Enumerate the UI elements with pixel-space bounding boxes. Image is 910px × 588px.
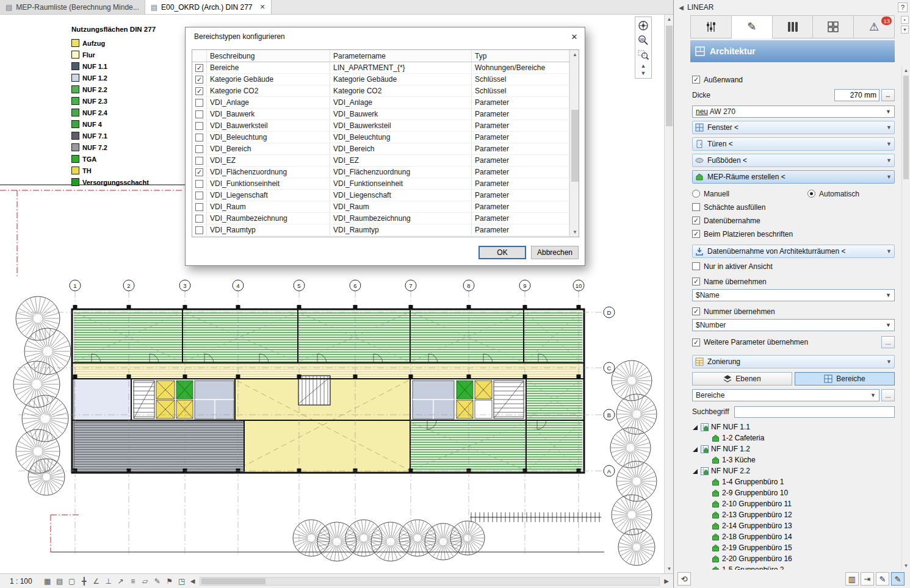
tree-expander-icon[interactable] — [692, 468, 698, 474]
tree-item-row[interactable]: 2-9 Gruppenbüro 10 — [692, 487, 895, 498]
refresh-button[interactable]: ⟲ — [677, 572, 691, 586]
tab-settings-sliders[interactable] — [690, 15, 732, 38]
chevron-down-icon[interactable]: ▼ — [886, 157, 892, 163]
column-parametername[interactable]: Parametername — [330, 50, 472, 62]
chevron-down-icon[interactable]: ▼ — [886, 359, 892, 365]
row-checkbox[interactable] — [195, 122, 203, 130]
polar-tracking-icon[interactable]: ∠ — [91, 576, 102, 587]
row-checkbox[interactable] — [195, 226, 203, 234]
grid-display-icon[interactable]: ▦ — [42, 576, 53, 587]
chevron-down-icon[interactable]: ▼ — [886, 109, 891, 115]
tab-edit-pencil[interactable]: ✎ — [732, 15, 773, 38]
checkbox-weitere-parameter[interactable]: ✓ Weitere Parameter übernehmen — [692, 337, 879, 348]
section-tueren[interactable]: Türen < ▼ — [692, 137, 895, 151]
section-mep-raeume[interactable]: MEP-Räume erstellen < ▼ — [692, 170, 895, 184]
scroll-down-icon[interactable]: ▼ — [665, 564, 674, 573]
radio-icon[interactable] — [807, 190, 815, 198]
row-checkbox[interactable] — [195, 180, 203, 188]
tab-mep-raumliste[interactable]: ▤ MEP-Raumliste (Berechnung Minde... — [0, 0, 145, 14]
lineweight-icon[interactable]: ≡ — [128, 576, 139, 587]
tab-systems-columns[interactable] — [773, 15, 814, 38]
row-checkbox[interactable] — [195, 215, 203, 223]
row-checkbox[interactable] — [195, 203, 203, 211]
search-input[interactable] — [734, 406, 895, 418]
radio-icon[interactable] — [692, 190, 700, 198]
zoom-2d-button[interactable]: 2D — [636, 33, 651, 48]
panel-scroll-thumb[interactable] — [903, 76, 909, 179]
radio-manuell[interactable]: Manuell — [692, 190, 729, 198]
checkbox-schaechte[interactable]: Schächte ausfüllen — [692, 202, 895, 212]
chevron-down-icon[interactable]: ▼ — [886, 124, 892, 131]
bereiche-button[interactable]: Bereiche — [795, 372, 895, 385]
toolbar-expand-up-icon[interactable]: ▲ — [636, 62, 651, 70]
row-checkbox[interactable]: ✓ — [195, 64, 203, 72]
section-datenuebernahme[interactable]: Datenübernahme von Architekturräumen < ▼ — [692, 245, 895, 258]
dialog-table-row[interactable]: VDI_BauwerkVDI_BauwerkParameter — [192, 109, 569, 120]
dialog-table-row[interactable]: ✓Kategorie CO2Kategorie CO2Schlüssel — [192, 85, 569, 97]
dialog-table-row[interactable]: VDI_BereichVDI_BereichParameter — [192, 143, 569, 155]
section-fussboeden[interactable]: Fußböden < ▼ — [692, 154, 895, 167]
dialog-table-row[interactable]: VDI_AnlageVDI_AnlageParameter — [192, 97, 569, 109]
zoom-window-button[interactable] — [636, 48, 651, 62]
object-snap-icon[interactable]: ╋ — [79, 576, 90, 587]
column-typ[interactable]: Typ — [472, 50, 569, 62]
panel-scroll-up-icon[interactable]: ▲ — [902, 66, 910, 74]
dialog-table-row[interactable]: VDI_RaumtypVDI_RaumtypParameter — [192, 224, 569, 236]
checkbox-icon[interactable]: ✓ — [692, 230, 700, 238]
tree-group-row[interactable]: NF NUF 1.1 — [692, 421, 895, 432]
dicke-input[interactable] — [834, 89, 879, 101]
row-checkbox[interactable] — [195, 99, 203, 107]
walltype-new-link[interactable]: neu — [696, 107, 708, 116]
assign-button[interactable]: ⇥ — [861, 572, 874, 586]
layout-icon[interactable]: ▤ — [54, 576, 65, 587]
table-scroll-down-icon[interactable]: ▼ — [570, 228, 580, 237]
navigation-wheel-button[interactable] — [636, 18, 651, 33]
panel-scroll-down-icon[interactable]: ▼ — [902, 561, 910, 570]
dialog-table-row[interactable]: ✓BereicheLIN_APARTMENT_{*}Wohnungen/Bere… — [192, 62, 569, 74]
tree-item-row[interactable]: 2-20 Gruppenbüro 16 — [692, 553, 895, 564]
transparency-icon[interactable]: ▱ — [140, 576, 151, 587]
tree-item-row[interactable]: 1-3 Küche — [692, 454, 895, 465]
collapse-panel-icon[interactable]: ◀ — [676, 4, 686, 11]
dialog-table-row[interactable]: VDI_BauwerksteilVDI_BauwerksteilParamete… — [192, 120, 569, 132]
checkbox-aussenwand[interactable]: ✓ Außenwand — [692, 74, 895, 85]
chevron-down-icon[interactable]: ▼ — [886, 292, 891, 298]
panel-scrollbar[interactable]: ▲ ▼ — [901, 66, 910, 570]
close-tab-icon[interactable]: ✕ — [260, 3, 265, 11]
annotation-icon[interactable]: ✎ — [152, 576, 163, 587]
workspace-icon[interactable]: ⚑ — [164, 576, 175, 587]
checkbox-nur-ansicht[interactable]: Nur in aktiver Ansicht — [692, 261, 895, 271]
checkbox-icon[interactable]: ✓ — [692, 76, 700, 84]
chevron-down-icon[interactable]: ▼ — [886, 141, 892, 147]
dialog-table-row[interactable]: VDI_RaumVDI_RaumParameter — [192, 201, 569, 213]
ok-button[interactable]: OK — [478, 246, 526, 259]
table-scroll-up-icon[interactable]: ▲ — [570, 50, 580, 59]
chevron-down-icon[interactable]: ▼ — [886, 322, 891, 328]
chevron-down-icon[interactable]: ▼ — [886, 248, 892, 254]
dialog-close-icon[interactable]: ✕ — [564, 27, 585, 46]
dialog-table-row[interactable]: VDI_RaumbezeichnungVDI_RaumbezeichnungPa… — [192, 213, 569, 224]
menu-icon[interactable]: ▾ — [901, 26, 909, 34]
tree-item-row[interactable]: 2-13 Gruppenbüro 12 — [692, 509, 895, 520]
dialog-table-row[interactable]: ✓Kategorie GebäudeKategorie GebäudeSchlü… — [192, 74, 569, 85]
checkbox-name-uebernehmen[interactable]: ✓ Name übernehmen — [692, 276, 895, 287]
radio-automatisch[interactable]: Automatisch — [807, 190, 859, 198]
checkbox-icon[interactable]: ✓ — [692, 339, 700, 346]
walltype-dropdown[interactable]: neu AW 270 ▼ — [692, 106, 895, 118]
chevron-down-icon[interactable]: ▼ — [886, 174, 892, 180]
weitere-parameter-browse-button[interactable]: ... — [881, 336, 895, 348]
nummer-parameter-dropdown[interactable]: $Number ▼ — [692, 319, 895, 331]
tree-group-row[interactable]: NF NUF 2.2 — [692, 465, 895, 476]
chevron-down-icon[interactable]: ▼ — [870, 392, 876, 398]
scroll-up-icon[interactable]: ▲ — [665, 15, 674, 24]
report-button[interactable]: ▥ — [845, 572, 859, 586]
checkbox-icon[interactable] — [692, 203, 700, 211]
pin-icon[interactable]: ▪ — [901, 16, 909, 24]
row-checkbox[interactable]: ✓ — [195, 76, 203, 84]
row-checkbox[interactable] — [195, 134, 203, 142]
section-zonierung[interactable]: Zonierung ▼ — [692, 355, 895, 368]
table-scrollbar[interactable]: ▲ ▼ — [569, 50, 579, 237]
row-checkbox[interactable] — [195, 192, 203, 199]
checkbox-icon[interactable] — [692, 262, 700, 270]
tree-item-row[interactable]: 2-14 Gruppenbüro 13 — [692, 520, 895, 531]
